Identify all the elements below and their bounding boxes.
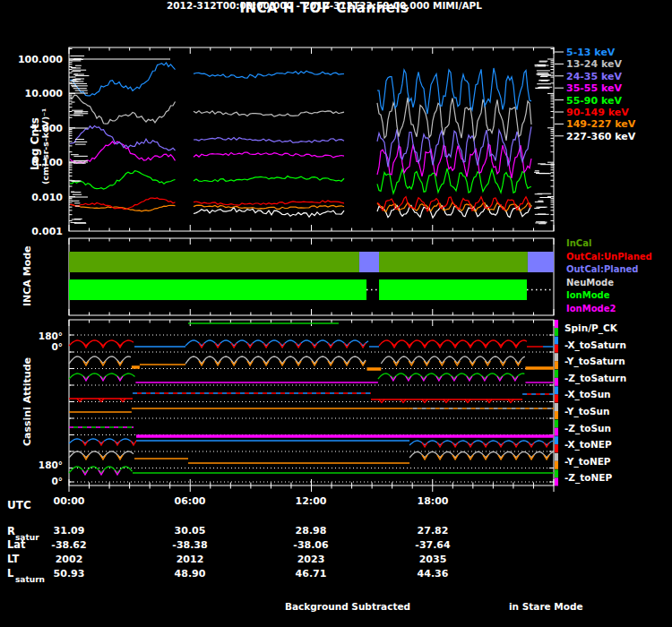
mode-bar-IonMode — [69, 279, 366, 300]
tof-legend-entry: 227-360 keV — [566, 131, 635, 142]
ephemeris-value: -37.64 — [399, 539, 467, 551]
utc-axis-label: UTC — [7, 499, 31, 511]
tof-ytick-label: 1.000 — [0, 123, 63, 134]
attitude-axis-mark — [555, 337, 558, 345]
attitude-legend-entry: -X_toSaturn — [564, 339, 626, 350]
attitude-axis-mark — [555, 477, 558, 485]
tof-legend-entry: 5-13 keV — [566, 47, 615, 58]
channel-curve-55-90-keV — [194, 176, 344, 182]
tof-curves — [70, 63, 531, 218]
mode-y-axis-label: INCA Mode — [22, 245, 33, 306]
tof-ytick-label: 10.000 — [0, 88, 63, 99]
ephemeris-value: -38.62 — [35, 539, 103, 551]
mode-bar-InCal — [69, 252, 359, 272]
attitude-track--Y_toSaturn — [69, 356, 554, 369]
attitude-axis-mark — [555, 328, 558, 336]
attitude-axis-mark — [555, 320, 558, 328]
attitude-legend-entry: -Y_toSaturn — [564, 356, 625, 366]
mode-bar-OutCal:Planed — [359, 252, 379, 272]
utc-tick-label: 18:00 — [399, 495, 467, 507]
attitude-track--X_toSaturn — [69, 340, 554, 348]
attitude-axis-mark — [555, 461, 558, 469]
tof-legend-entry: 13-24 keV — [566, 58, 622, 70]
page-subtitle: 2012-312T00:00:00.000 - 2012-312T23:59:0… — [0, 0, 649, 11]
utc-tick-label: 06:00 — [156, 495, 224, 507]
plot-page: INCA H TOF Channels 2012-312T00:00:00.00… — [0, 0, 672, 627]
attitude-axis-mark — [555, 403, 558, 411]
channel-curve-35-55-keV — [194, 152, 344, 158]
ephemeris-row-label: Lat — [7, 538, 26, 551]
channel-curve-55-90-keV — [377, 168, 531, 193]
mode-legend-entry: OutCal:Planed — [566, 264, 638, 274]
ephemeris-value: 50.93 — [35, 568, 103, 580]
channel-curve-24-35-keV — [194, 138, 344, 143]
utc-tick-label: 12:00 — [277, 495, 345, 507]
channel-curve-149-227-keV — [70, 204, 176, 211]
curve — [409, 441, 553, 445]
attitude-legend-entry: -Z_toSaturn — [564, 373, 626, 383]
ephemeris-value: 2023 — [277, 554, 345, 565]
attitude-axis-mark — [555, 394, 558, 402]
attitude-legend-entry: -X_toNEP — [564, 439, 612, 450]
ephemeris-value: 48.90 — [156, 568, 224, 580]
channel-curve-149-227-keV — [194, 205, 344, 209]
attitude-axis-mark — [555, 436, 558, 444]
attitude-ytick-label: 0° — [13, 341, 63, 352]
attitude-ytick-label: 180° — [13, 460, 63, 470]
ephemeris-value: 31.09 — [35, 525, 103, 537]
ephemeris-value: 27.82 — [399, 525, 467, 537]
attitude-ytick-label: 0° — [13, 476, 63, 486]
attitude-axis-mark — [555, 353, 558, 361]
tof-legend-entry: 55-90 keV — [566, 95, 622, 107]
utc-tick-label: 00:00 — [35, 495, 103, 507]
channel-curve-24-35-keV — [70, 126, 176, 150]
curve — [409, 452, 553, 459]
channel-curve-13-24-keV — [194, 111, 344, 116]
attitude-axis-mark — [555, 420, 558, 428]
attitude-track--X_toSun — [69, 393, 554, 403]
attitude-axis-mark — [555, 411, 558, 419]
attitude-tracks — [69, 320, 558, 485]
ephemeris-value: 30.05 — [156, 525, 224, 537]
attitude-legend-entry: -Y_toSun — [564, 406, 609, 417]
ephemeris-value: 46.71 — [277, 568, 345, 580]
ephemeris-value: 2002 — [35, 554, 103, 565]
mode-bar-OutCal:Planed — [528, 252, 554, 272]
mode-legend-entry: IonMode — [566, 290, 609, 300]
attitude-axis-mark — [555, 453, 558, 461]
tof-legend-entry: 149-227 keV — [566, 118, 635, 130]
attitude-axis-mark — [555, 469, 558, 477]
ephemeris-value: 44.36 — [399, 568, 467, 580]
mode-legend-entry: OutCal:UnPlaned — [566, 252, 652, 262]
attitude-track--Y_toSun — [69, 408, 554, 412]
ephemeris-value: 2035 — [399, 554, 467, 565]
ephemeris-row-label-subscript: saturn — [15, 575, 45, 584]
curve — [381, 356, 525, 364]
channel-curve-5-13-keV — [194, 71, 344, 78]
attitude-axis-mark — [555, 444, 558, 452]
attitude-track--Z_toSun — [69, 427, 554, 436]
footer-note-left: Background Subtracted — [285, 601, 410, 612]
ephemeris-row-label: L — [7, 567, 13, 580]
mode-legend-entry: IonMode2 — [566, 304, 616, 314]
curve — [69, 439, 134, 443]
attitude-axis-mark — [555, 386, 558, 394]
attitude-legend-entry: -Y_toNEP — [564, 456, 611, 467]
attitude-axis-mark — [555, 428, 558, 436]
mode-legend-entry: NeuMode — [566, 278, 614, 288]
curve — [69, 467, 133, 473]
curve — [185, 340, 368, 346]
ephemeris-row-label: R — [7, 525, 15, 537]
attitude-legend-entry: -Z_toSun — [564, 423, 611, 434]
channel-curve-227-360-keV — [194, 208, 344, 218]
attitude-track--X_toNEP — [69, 439, 554, 447]
channel-curve-90-149-keV — [194, 201, 344, 205]
mode-bar-IonMode — [379, 279, 527, 300]
tof-ytick-label: 0.100 — [0, 157, 63, 168]
channel-curve-13-24-keV — [70, 95, 176, 124]
ephemeris-value: -38.38 — [156, 539, 224, 551]
attitude-axis-mark — [555, 378, 558, 386]
mode-bars — [69, 252, 554, 300]
attitude-legend-entry: Spin/P_CK — [564, 322, 617, 333]
ephemeris-value: 2012 — [156, 554, 224, 565]
